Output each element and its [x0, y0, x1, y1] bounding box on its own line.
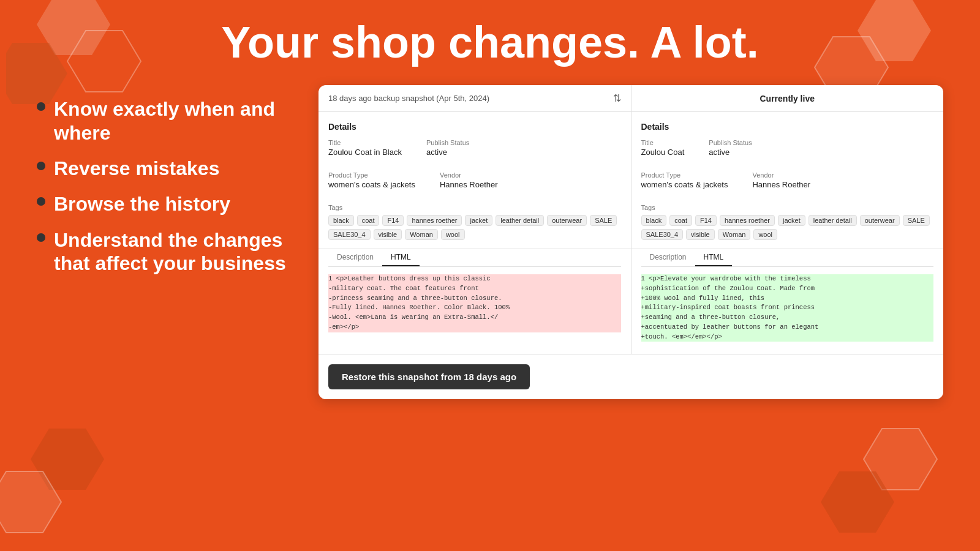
right-title-group: Title Zoulou Coat [641, 139, 685, 157]
tag: F14 [382, 215, 404, 226]
right-tags-section: Tags blackcoatF14hannes roetherjacketlea… [641, 204, 934, 240]
right-producttype-label: Product Type [641, 171, 728, 179]
right-publish-value: active [709, 148, 752, 157]
tag: leather detail [809, 215, 857, 226]
left-vendor-label: Vendor [440, 171, 498, 179]
left-fields-row-1: Title Zoulou Coat in Black Publish Statu… [328, 139, 621, 164]
left-title-group: Title Zoulou Coat in Black [328, 139, 402, 157]
left-tab-html[interactable]: HTML [382, 249, 420, 266]
tag: black [641, 215, 667, 226]
bullet-dot-1 [37, 102, 45, 111]
left-desc-tabs: Description HTML [328, 249, 621, 267]
restore-button[interactable]: Restore this snapshot from 18 days ago [328, 364, 530, 389]
tag: black [328, 215, 354, 226]
right-section-title: Details [641, 122, 934, 132]
panel-body: Details Title Zoulou Coat in Black Publi… [318, 112, 943, 354]
code-line: 1 <p>Leather buttons dress up this class… [328, 274, 621, 284]
tag: outerwear [547, 215, 587, 226]
code-line: -em></p> [328, 323, 621, 332]
left-producttype-label: Product Type [328, 171, 415, 179]
main-title: Your shop changes. A lot. [37, 18, 943, 67]
bullet-item-4: Understand the changes that affect your … [37, 228, 294, 276]
right-title-value: Zoulou Coat [641, 148, 685, 157]
right-desc-tabs: Description HTML [641, 249, 934, 267]
left-tab-description[interactable]: Description [328, 249, 382, 266]
code-line: -Fully lined. Hannes Roether. Color Blac… [328, 303, 621, 313]
tag: leather detail [496, 215, 544, 226]
right-fields-row-2: Product Type women's coats & jackets Ven… [641, 171, 934, 197]
right-title-label: Title [641, 139, 685, 146]
tag: SALE30_4 [328, 229, 371, 240]
bullet-text-1: Know exactly when and where [54, 97, 294, 144]
right-fields-row-1: Title Zoulou Coat Publish Status active [641, 139, 934, 164]
left-vendor-group: Vendor Hannes Roether [440, 171, 498, 189]
bullet-item-2: Reverse mistakes [37, 157, 294, 180]
left-producttype-group: Product Type women's coats & jackets [328, 171, 415, 189]
tag: SALE [590, 215, 617, 226]
left-publish-value: active [426, 148, 469, 157]
right-tab-description[interactable]: Description [641, 249, 695, 266]
right-publish-label: Publish Status [709, 139, 752, 146]
tag: SALE [903, 215, 930, 226]
right-code-block: 1 <p>Elevate your wardrobe with the time… [641, 272, 934, 344]
tag: SALE30_4 [641, 229, 684, 240]
right-producttype-value: women's coats & jackets [641, 180, 728, 189]
right-desc-section: Description HTML 1 <p>Elevate your wardr… [631, 249, 944, 344]
bullet-dot-2 [37, 162, 45, 170]
code-line: -princess seaming and a three-button clo… [328, 294, 621, 304]
left-fields-row-2: Product Type women's coats & jackets Ven… [328, 171, 621, 197]
right-tags-label: Tags [641, 204, 934, 211]
tag: wool [753, 229, 777, 240]
tag: visible [686, 229, 715, 240]
left-publish-group: Publish Status active [426, 139, 469, 157]
left-section-title: Details [328, 122, 621, 132]
code-line: +accentuated by leather buttons for an e… [641, 323, 934, 332]
bullet-text-2: Reverse mistakes [54, 157, 219, 180]
left-vendor-value: Hannes Roether [440, 180, 498, 189]
code-line: -military coat. The coat features front [328, 284, 621, 294]
code-line: +sophistication of the Zoulou Coat. Made… [641, 284, 934, 294]
restore-btn-container: Restore this snapshot from 18 days ago [318, 354, 943, 399]
bullet-text-3: Browse the history [54, 192, 230, 216]
right-vendor-group: Vendor Hannes Roether [752, 171, 810, 189]
panel-header-left: 18 days ago backup snapshot (Apr 5th, 20… [318, 85, 631, 111]
tag: F14 [695, 215, 717, 226]
left-producttype-value: women's coats & jackets [328, 180, 415, 189]
bullet-item-3: Browse the history [37, 192, 294, 216]
right-vendor-label: Vendor [752, 171, 810, 179]
tag: Woman [405, 229, 438, 240]
code-line: -Wool. <em>Lana is wearing an Extra-Smal… [328, 313, 621, 323]
panel-side-right: Details Title Zoulou Coat Publish Status… [631, 112, 944, 354]
right-publish-group: Publish Status active [709, 139, 752, 157]
tag: coat [357, 215, 380, 226]
left-publish-label: Publish Status [426, 139, 469, 146]
right-producttype-group: Product Type women's coats & jackets [641, 171, 728, 189]
tag: wool [441, 229, 465, 240]
panel-header-right: Currently live [631, 85, 944, 111]
left-tags-section: Tags blackcoatF14hannes roetherjacketlea… [328, 204, 621, 240]
left-code-block: 1 <p>Leather buttons dress up this class… [328, 272, 621, 335]
right-tab-html[interactable]: HTML [695, 249, 733, 266]
right-tags-row: blackcoatF14hannes roetherjacketleather … [641, 215, 934, 240]
tag: coat [669, 215, 692, 226]
bullet-dot-3 [37, 197, 45, 206]
left-title-value: Zoulou Coat in Black [328, 148, 402, 157]
left-title-label: Title [328, 139, 402, 146]
tag: Woman [718, 229, 751, 240]
currently-live-label: Currently live [760, 94, 815, 103]
snapshot-label: 18 days ago backup snapshot (Apr 5th, 20… [328, 94, 489, 103]
bullet-list: Know exactly when and where Reverse mist… [37, 85, 294, 275]
left-desc-section: Description HTML 1 <p>Leather buttons dr… [318, 249, 631, 335]
right-vendor-value: Hannes Roether [752, 180, 810, 189]
left-tags-label: Tags [328, 204, 621, 211]
bullet-text-4: Understand the changes that affect your … [54, 228, 294, 276]
code-line: +seaming and a three-button closure, [641, 313, 934, 323]
tag: outerwear [860, 215, 900, 226]
bullet-item-1: Know exactly when and where [37, 97, 294, 144]
tag: visible [374, 229, 402, 240]
code-line: +military-inspired coat boasts front pri… [641, 303, 934, 313]
code-line: +touch. <em></em></p> [641, 332, 934, 342]
left-tags-row: blackcoatF14hannes roetherjacketleather … [328, 215, 621, 240]
tag: hannes roether [407, 215, 462, 226]
arrows-icon: ⇅ [613, 92, 621, 104]
